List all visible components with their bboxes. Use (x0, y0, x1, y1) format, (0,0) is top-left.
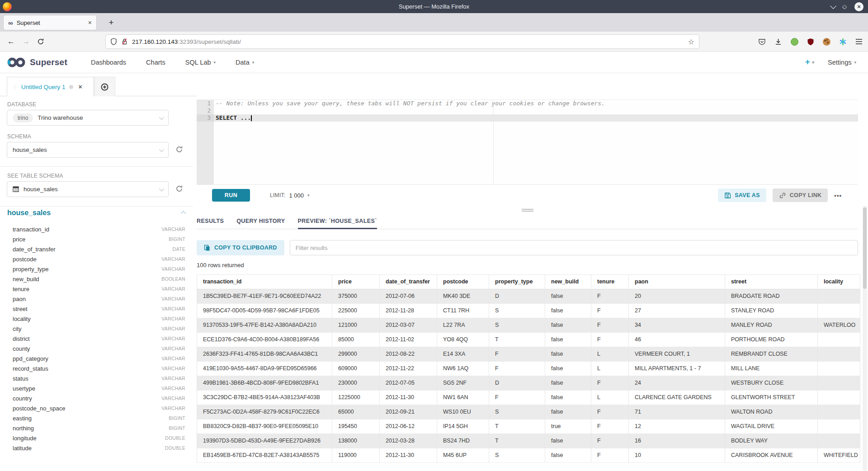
refresh-schema-icon[interactable] (175, 146, 183, 153)
schema-column-row[interactable]: northingBIGINT (13, 423, 185, 433)
schema-column-row[interactable]: latitudeDOUBLE (13, 443, 185, 453)
superset-logo[interactable]: Superset (6, 57, 67, 68)
editor-code-area[interactable]: -- Note: Unless you save your query, the… (214, 100, 858, 185)
query-state-dot (69, 85, 73, 89)
add-query-tab-button[interactable] (94, 77, 115, 96)
schema-column-row[interactable]: property_typeVARCHAR (13, 264, 185, 274)
tab-preview-house-sales[interactable]: PREVIEW: `HOUSE_SALES` (298, 214, 377, 229)
table-cell: 195450 (332, 419, 380, 434)
table-row[interactable]: ECE1D376-C9A6-4C00-B004-A380B189FA568500… (197, 333, 860, 347)
table-row[interactable]: 193907D3-5DBD-453D-A49E-9FEE27DAB9261380… (197, 434, 860, 448)
schema-column-row[interactable]: date_of_transferDATE (13, 244, 185, 254)
new-item-button[interactable]: +▾ (805, 57, 814, 67)
sql-editor[interactable]: 1 2 3 -- Note: Unless you save your quer… (197, 99, 858, 184)
table-row[interactable]: 91370533-19F5-47FE-B142-A380A8ADA2101210… (197, 318, 860, 333)
forward-icon[interactable]: → (22, 37, 30, 46)
shield-icon[interactable] (110, 38, 117, 45)
schema-column-row[interactable]: districtVARCHAR (13, 334, 185, 344)
ublock-icon[interactable] (807, 38, 814, 46)
nav-dashboards[interactable]: Dashboards (91, 59, 126, 66)
results-scrollbar[interactable] (863, 206, 867, 471)
schema-column-row[interactable]: longitudeDOUBLE (13, 433, 185, 443)
column-header[interactable]: new_build (545, 275, 591, 289)
limit-control[interactable]: LIMIT: 1 000 ▾ (270, 192, 310, 199)
column-header[interactable]: postcode (437, 275, 489, 289)
query-tab-untitled[interactable]: ⋮ Untitled Query 1 × (7, 77, 94, 96)
back-icon[interactable]: ← (7, 37, 15, 46)
copy-link-button[interactable]: COPY LINK (773, 188, 828, 202)
schema-column-row[interactable]: usertypeVARCHAR (13, 383, 185, 393)
schema-column-row[interactable]: eastingBIGINT (13, 413, 185, 423)
schema-column-row[interactable]: streetVARCHAR (13, 304, 185, 314)
column-header[interactable]: date_of_transfer (380, 275, 437, 289)
extension-icon[interactable] (791, 38, 798, 46)
drag-grip-icon[interactable]: ⋮ (12, 84, 18, 90)
table-cell: SG5 2NF (437, 376, 489, 391)
schema-column-row[interactable]: cityVARCHAR (13, 324, 185, 334)
schema-column-row[interactable]: localityVARCHAR (13, 314, 185, 324)
table-row[interactable]: EB1459EB-67ED-47C8-B2E7-A38143AB55751190… (197, 448, 860, 463)
nav-sql-lab[interactable]: SQL Lab▾ (185, 59, 216, 66)
multi-account-icon[interactable] (839, 38, 847, 46)
copy-to-clipboard-button[interactable]: COPY TO CLIPBOARD (197, 240, 284, 255)
table-row[interactable]: 1B5C39ED-BE7F-41EF-9E71-9C60EED74A223750… (197, 289, 860, 304)
reload-icon[interactable] (37, 38, 44, 45)
table-row[interactable]: 499B1981-3B6B-4BCD-808F-9FED9802BFA12300… (197, 376, 860, 391)
table-row[interactable]: BB8320C9-D82B-4B37-90E0-9FEE05095E101954… (197, 419, 860, 434)
table-row[interactable]: F5C273AC-0D2A-458F-8279-9C61F0C22EC66500… (197, 405, 860, 419)
scrollbar-thumb[interactable] (863, 207, 867, 289)
table-row[interactable]: 98F5DC47-0D05-4D59-95B7-98CA6F1FDE052250… (197, 304, 860, 318)
new-tab-button[interactable]: + (105, 16, 118, 29)
menu-icon[interactable] (855, 38, 863, 45)
pocket-icon[interactable] (758, 38, 766, 46)
schema-select[interactable]: house_sales (7, 142, 169, 158)
save-as-button[interactable]: SAVE AS (718, 188, 766, 202)
window-close-icon[interactable]: × (854, 2, 863, 11)
pane-resize-grip[interactable] (197, 207, 858, 213)
column-header[interactable]: street (725, 275, 818, 289)
tab-close-icon[interactable]: × (88, 19, 92, 26)
tab-query-history[interactable]: QUERY HISTORY (236, 214, 285, 229)
url-field[interactable]: 217.160.120.143:32393/superset/sqllab/ ☆ (105, 34, 699, 49)
schema-column-row[interactable]: countyVARCHAR (13, 344, 185, 353)
lock-crossed-icon[interactable] (121, 38, 128, 45)
schema-column-row[interactable]: tenureVARCHAR (13, 284, 185, 294)
settings-menu[interactable]: Settings▾ (828, 59, 856, 66)
schema-column-row[interactable]: transaction_idVARCHAR (13, 224, 185, 234)
schema-column-row[interactable]: countryVARCHAR (13, 393, 185, 403)
query-tab-close-icon[interactable]: × (79, 83, 82, 90)
schema-column-row[interactable]: paonVARCHAR (13, 294, 185, 304)
schema-column-row[interactable]: statusVARCHAR (13, 373, 185, 383)
filter-results-input[interactable] (290, 240, 858, 255)
bookmark-star-icon[interactable]: ☆ (688, 38, 694, 46)
column-header[interactable]: paon (629, 275, 725, 289)
download-icon[interactable] (774, 38, 782, 46)
more-options-icon[interactable]: ••• (834, 192, 842, 199)
table-select[interactable]: house_sales (7, 181, 169, 197)
schema-column-row[interactable]: record_statusVARCHAR (13, 363, 185, 373)
schema-column-row[interactable]: ppd_categoryVARCHAR (13, 353, 185, 363)
schema-column-row[interactable]: postcodeVARCHAR (13, 254, 185, 264)
column-header[interactable]: locality (818, 275, 860, 289)
minimize-icon[interactable] (830, 2, 836, 9)
schema-column-row[interactable]: new_buildBOOLEAN (13, 274, 185, 284)
browser-tab-superset[interactable]: ∞ Superset × (4, 15, 96, 30)
table-heading-row[interactable]: house_sales (7, 209, 186, 217)
database-select[interactable]: trino Trino warehouse (7, 110, 169, 126)
table-row[interactable]: 2636F323-FF41-4765-81DB-98CAA6A43BC12990… (197, 347, 860, 362)
schema-column-row[interactable]: postcode_no_spaceVARCHAR (13, 403, 185, 413)
cookie-icon[interactable] (823, 38, 830, 46)
column-header[interactable]: tenure (591, 275, 629, 289)
nav-data[interactable]: Data▾ (236, 59, 254, 66)
column-header[interactable]: price (332, 275, 380, 289)
schema-column-row[interactable]: priceBIGINT (13, 234, 185, 244)
tab-results[interactable]: RESULTS (197, 214, 224, 229)
refresh-table-icon[interactable] (175, 185, 183, 193)
table-row[interactable]: 419E1030-9A55-4467-8DA9-9FED95D659666090… (197, 362, 860, 376)
column-header[interactable]: property_type (489, 275, 545, 289)
maximize-icon[interactable]: ◇ (842, 4, 847, 9)
run-button[interactable]: RUN (212, 189, 250, 202)
nav-charts[interactable]: Charts (146, 59, 165, 66)
column-header[interactable]: transaction_id (197, 275, 332, 289)
table-row[interactable]: 3C3C29DC-B7B2-4BE5-914A-A38123AF403B1225… (197, 391, 860, 405)
